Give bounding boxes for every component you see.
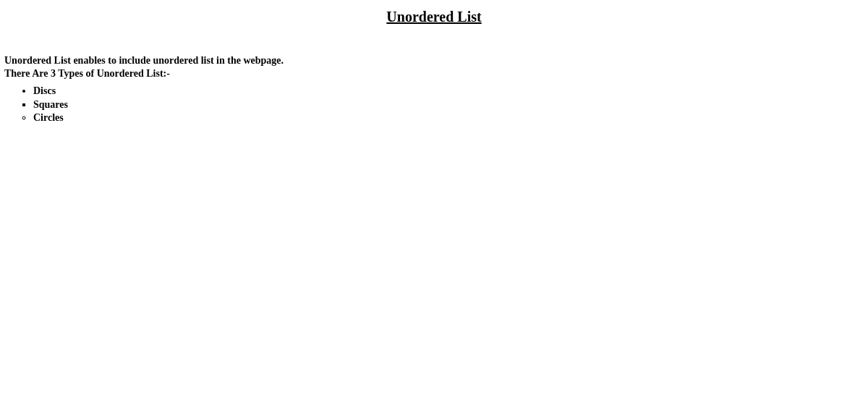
list-item: Squares (33, 98, 864, 111)
intro-line-1: Unordered List enables to include unorde… (4, 55, 284, 66)
unordered-list: Discs Squares Circles (4, 85, 864, 124)
intro-line-2: There Are 3 Types of Unordered List:- (4, 68, 170, 79)
list-item: Discs (33, 85, 864, 98)
intro-text: Unordered List enables to include unorde… (4, 54, 864, 80)
list-item: Circles (33, 111, 864, 124)
page-title: Unordered List (4, 9, 864, 25)
